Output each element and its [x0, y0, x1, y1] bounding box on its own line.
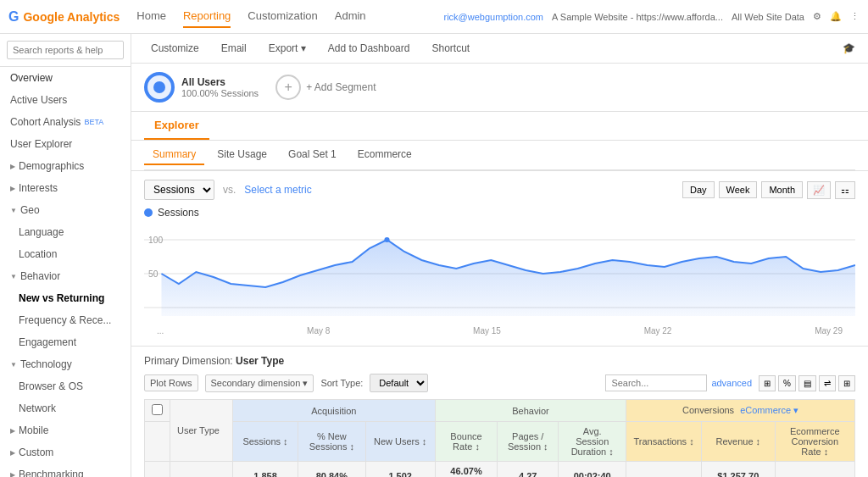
sidebar-item-network[interactable]: Network [0, 397, 131, 419]
total-label [170, 462, 233, 478]
metric-select[interactable]: Sessions [144, 180, 214, 200]
sidebar-item-mobile[interactable]: ▶ Mobile [0, 419, 131, 441]
view-icons: ⊞ % ▤ ⇌ ⊞ [759, 375, 855, 391]
th-pct-new-sessions[interactable]: % New Sessions ↕ [298, 422, 365, 462]
total-avg-session: 00:02:40 Avg for View: 00:02:40 (0.00%) [559, 462, 626, 478]
help-icon[interactable]: 🎓 [843, 42, 855, 54]
th-user-type[interactable]: User Type [170, 400, 233, 462]
sidebar-item-demographics[interactable]: ▶ Demographics [0, 155, 131, 177]
nav-admin[interactable]: Admin [335, 5, 366, 28]
th-revenue[interactable]: Revenue ↕ [702, 422, 775, 462]
sidebar-item-user-explorer[interactable]: User Explorer [0, 133, 131, 155]
primary-dimension: Primary Dimension: User Type [144, 355, 855, 367]
total-check [145, 462, 170, 478]
total-pct-new-sessions: 80.84% Avg for View: 80.79% (0.07%) [298, 462, 365, 478]
grid-view-icon[interactable]: ⊞ [759, 375, 776, 391]
sidebar-item-overview[interactable]: Overview [0, 67, 131, 89]
th-sessions[interactable]: Sessions ↕ [232, 422, 298, 462]
nav-reporting[interactable]: Reporting [183, 5, 231, 28]
advanced-link[interactable]: advanced [711, 378, 752, 388]
logo: G Google Analytics [8, 9, 120, 25]
toolbar-customize[interactable]: Customize [144, 39, 206, 58]
nav-home[interactable]: Home [136, 5, 166, 28]
chart-area: Sessions vs. Select a metric Day Week Mo… [131, 171, 868, 347]
th-avg-session[interactable]: Avg. Session Duration ↕ [559, 422, 626, 462]
toolbar-email[interactable]: Email [214, 39, 253, 58]
select-metric-link[interactable]: Select a metric [244, 184, 311, 196]
apps-icon[interactable]: ⋮ [850, 11, 860, 22]
th-ecommerce-rate[interactable]: Ecommerce Conversion Rate ↕ [775, 422, 854, 462]
nav-customization[interactable]: Customization [248, 5, 317, 28]
th-conversions: Conversions eCommerce ▾ [626, 400, 855, 422]
line-chart-icon-btn[interactable]: 📈 [807, 181, 831, 199]
sidebar-item-geo[interactable]: ▼ Geo [0, 199, 131, 221]
layout: Overview Active Users Cohort Analysis BE… [0, 34, 868, 477]
data-label: All Web Site Data [732, 12, 804, 22]
explorer-section: Explorer [131, 112, 868, 141]
subtab-ecommerce[interactable]: Ecommerce [349, 145, 420, 165]
toolbar: Customize Email Export ▾ Add to Dashboar… [131, 34, 868, 64]
subtab-site-usage[interactable]: Site Usage [209, 145, 275, 165]
sidebar-item-frequency[interactable]: Frequency & Rece... [0, 309, 131, 331]
sidebar-item-browser-os[interactable]: Browser & OS [0, 375, 131, 397]
sidebar-item-technology[interactable]: ▼ Technology [0, 353, 131, 375]
data-table: User Type Acquisition Behavior Conversio… [144, 399, 855, 477]
ecommerce-dropdown[interactable]: eCommerce ▾ [740, 405, 798, 415]
x-label-1: May 8 [307, 326, 330, 336]
pivot-view-icon[interactable]: ⊞ [838, 375, 855, 391]
th-new-users[interactable]: New Users ↕ [365, 422, 435, 462]
top-bar-left: G Google Analytics Home Reporting Custom… [8, 5, 366, 28]
toolbar-shortcut[interactable]: Shortcut [425, 39, 476, 58]
sidebar-item-active-users[interactable]: Active Users [0, 89, 131, 111]
bell-icon[interactable]: 🔔 [830, 11, 842, 22]
total-sessions: 1,858 % of Total: 100.00% (1,858) [232, 462, 298, 478]
toolbar-export[interactable]: Export ▾ [262, 39, 313, 58]
vs-text: vs. [223, 184, 236, 196]
explorer-tab[interactable]: Explorer [144, 112, 209, 140]
th-behavior: Behavior [435, 400, 626, 422]
table-controls: Plot Rows Secondary dimension ▾ Sort Typ… [144, 374, 855, 392]
th-bounce-rate[interactable]: Bounce Rate ↕ [435, 422, 497, 462]
subtab-goal-set[interactable]: Goal Set 1 [280, 145, 345, 165]
table-search-input[interactable] [605, 374, 707, 391]
search-input[interactable] [7, 41, 124, 59]
plot-rows-button[interactable]: Plot Rows [144, 374, 198, 391]
bar-view-icon[interactable]: ▤ [798, 375, 816, 391]
th-transactions[interactable]: Transactions ↕ [626, 422, 702, 462]
subtab-summary[interactable]: Summary [144, 145, 204, 165]
segment-title: All Users [181, 76, 259, 88]
sidebar-item-benchmarking[interactable]: ▶ Benchmarking [0, 463, 131, 477]
time-btn-week[interactable]: Week [719, 181, 758, 198]
percent-view-icon[interactable]: % [778, 375, 796, 391]
sidebar-item-location[interactable]: Location [0, 243, 131, 265]
secondary-dimension-button[interactable]: Secondary dimension ▾ [205, 374, 314, 392]
sidebar-item-new-vs-returning[interactable]: New vs Returning [0, 287, 131, 309]
sidebar-item-behavior[interactable]: ▼ Behavior [0, 265, 131, 287]
toolbar-add-dashboard[interactable]: Add to Dashboard [321, 39, 417, 58]
top-bar-right: rick@webgumption.com A Sample Website - … [443, 11, 860, 22]
sidebar-item-interests[interactable]: ▶ Interests [0, 177, 131, 199]
select-all-checkbox[interactable] [152, 404, 163, 415]
segment-text: All Users 100.00% Sessions [181, 76, 259, 98]
total-new-users: 1,502 % of Total: 100.07% (1,501) [365, 462, 435, 478]
sort-type-select[interactable]: Default [370, 374, 428, 392]
sub-tabs-container: Summary Site Usage Goal Set 1 Ecommerce [131, 141, 868, 171]
sidebar-item-language[interactable]: Language [0, 221, 131, 243]
nav-menu: Home Reporting Customization Admin [136, 5, 365, 28]
add-segment-circle-icon: + [275, 75, 301, 100]
th-pages-session[interactable]: Pages / Session ↕ [498, 422, 559, 462]
logo-text: Google Analytics [23, 10, 120, 24]
compare-view-icon[interactable]: ⇌ [819, 375, 836, 391]
add-segment-button[interactable]: + + Add Segment [275, 75, 376, 100]
compare-icon-btn[interactable]: ⚏ [835, 181, 855, 199]
sidebar-item-custom[interactable]: ▶ Custom [0, 441, 131, 463]
sidebar-item-engagement[interactable]: Engagement [0, 331, 131, 353]
sidebar-item-cohort[interactable]: Cohort Analysis BETA [0, 111, 131, 133]
time-btn-month[interactable]: Month [761, 181, 803, 198]
time-btn-day[interactable]: Day [682, 181, 715, 198]
data-area: Primary Dimension: User Type Plot Rows S… [131, 347, 868, 477]
segment-circle-inner [153, 81, 165, 93]
sidebar-search-container [0, 34, 131, 67]
settings-icon[interactable]: ⚙ [813, 11, 821, 22]
primary-dim-value: User Type [236, 355, 284, 367]
